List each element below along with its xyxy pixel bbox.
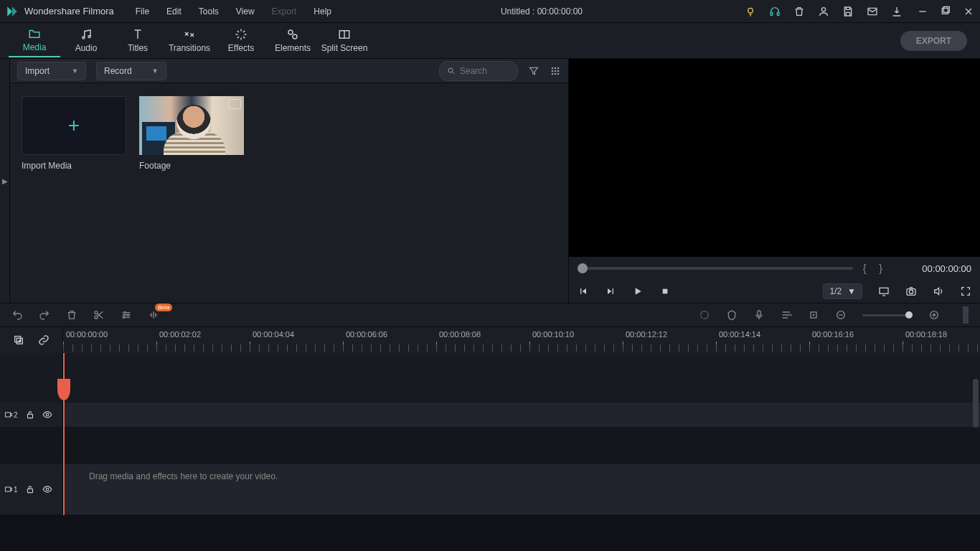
preview-controls: 1/2▼ [569,280,980,303]
mark-in-icon[interactable]: { [860,263,870,274]
redo-icon[interactable] [39,309,50,321]
track-head-1: 1 [0,464,63,514]
track-row-2[interactable]: 2 [0,402,980,428]
close-icon[interactable] [963,6,974,17]
headset-icon[interactable] [769,6,781,17]
text-icon [131,28,144,41]
tab-media[interactable]: Media [9,24,60,57]
track-video-badge: 2 [4,410,18,419]
mail-icon[interactable] [867,6,878,17]
undo-icon[interactable] [11,309,23,321]
voiceover-icon[interactable] [753,309,765,321]
svg-rect-39 [6,413,11,417]
menu-tools[interactable]: Tools [192,4,226,19]
svg-point-10 [293,34,297,39]
delete-icon[interactable] [66,309,77,321]
render-icon[interactable] [699,309,710,321]
tab-elements[interactable]: Elements [267,24,319,57]
save-icon[interactable] [842,6,854,17]
tab-effects[interactable]: Effects [215,24,267,57]
zoom-out-icon[interactable] [835,309,847,321]
tab-audio[interactable]: Audio [60,24,112,57]
grid-view-icon[interactable] [550,65,561,77]
import-media-tile[interactable]: + Import Media [22,96,126,171]
track-content[interactable]: Drag media and effects here to create yo… [63,464,980,514]
zoom-knob[interactable] [905,311,913,319]
lock-icon[interactable] [25,410,35,420]
filter-icon[interactable] [528,65,540,77]
audio-stretch-icon[interactable]: Beta [148,309,159,321]
svg-point-9 [288,30,293,34]
timeline-ruler[interactable]: 00:00:00:00 00:00:02:02 00:00:04:04 00:0… [63,327,980,353]
chevron-down-icon: ▼ [72,67,78,75]
prev-frame-icon[interactable] [578,286,589,297]
sparkle-icon [235,28,248,41]
tab-label: Media [23,42,47,52]
menu-file[interactable]: File [128,4,156,19]
volume-icon[interactable] [933,286,944,297]
scrub-track[interactable] [578,267,853,270]
playhead-knob[interactable] [57,379,70,400]
menu-edit[interactable]: Edit [159,4,189,19]
dropdown-label: Import [25,66,50,76]
search-box[interactable] [439,61,518,81]
ruler-label: 00:00:10:10 [532,330,574,339]
download-icon[interactable] [891,6,903,17]
record-dropdown[interactable]: Record▼ [96,62,166,80]
adjust-icon[interactable] [121,309,132,321]
eye-icon[interactable] [42,484,52,494]
search-icon [447,65,456,77]
tab-titles[interactable]: Titles [112,24,164,57]
svg-point-34 [813,314,814,315]
zoom-in-icon[interactable] [928,309,940,321]
mixer-icon[interactable] [781,309,792,321]
preview-viewport[interactable] [569,59,980,257]
play-icon[interactable] [632,286,644,297]
search-input[interactable] [460,66,510,76]
tab-split-screen[interactable]: Split Screen [319,24,370,57]
svg-point-12 [448,68,453,72]
zoom-slider[interactable] [862,314,913,316]
export-button[interactable]: EXPORT [900,31,967,51]
stop-icon[interactable] [659,286,671,297]
idea-icon[interactable] [745,6,756,17]
scrub-knob[interactable] [578,263,588,273]
lock-icon[interactable] [25,484,35,494]
minimize-icon[interactable] [917,6,928,17]
media-clip-footage[interactable]: Footage [139,96,244,171]
timeline-header: 00:00:00:00 00:00:02:02 00:00:04:04 00:0… [0,327,980,353]
track-row-1[interactable]: 1 Drag media and effects here to create … [0,463,980,515]
menu-view[interactable]: View [229,4,262,19]
next-frame-icon[interactable] [605,286,616,297]
track-content[interactable] [63,402,980,427]
sidebar-toggle[interactable]: ▶ [0,59,10,303]
ruler-label: 00:00:14:14 [719,330,760,339]
preview-quality-dropdown[interactable]: 1/2▼ [823,283,862,299]
audio-meter[interactable] [963,306,969,324]
eye-icon[interactable] [42,410,52,420]
cursor-icon[interactable] [808,309,819,321]
playhead[interactable] [63,353,65,515]
panel-tabs: Media Audio Titles Transitions Effects E… [0,23,980,59]
import-dropdown[interactable]: Import▼ [17,62,86,80]
tab-transitions[interactable]: Transitions [164,24,215,57]
fullscreen-icon[interactable] [960,286,971,297]
tab-label: Transitions [169,43,210,53]
menu-help[interactable]: Help [306,4,339,19]
titlebar-icons [745,6,903,17]
marker-icon[interactable] [726,309,738,321]
tab-label: Titles [128,43,148,53]
chevron-right-icon: ▶ [2,177,8,185]
svg-rect-2 [777,12,779,15]
account-icon[interactable] [818,6,829,17]
add-track-icon[interactable] [13,334,24,346]
split-tool-icon[interactable] [93,309,105,321]
trash-icon[interactable] [793,6,805,17]
maximize-icon[interactable] [940,6,951,17]
link-icon[interactable] [38,334,50,346]
snapshot-icon[interactable] [905,286,917,297]
display-icon[interactable] [878,286,890,297]
ruler-label: 00:00:16:16 [812,330,854,339]
svg-point-41 [46,413,49,416]
mark-out-icon[interactable]: } [876,263,885,274]
